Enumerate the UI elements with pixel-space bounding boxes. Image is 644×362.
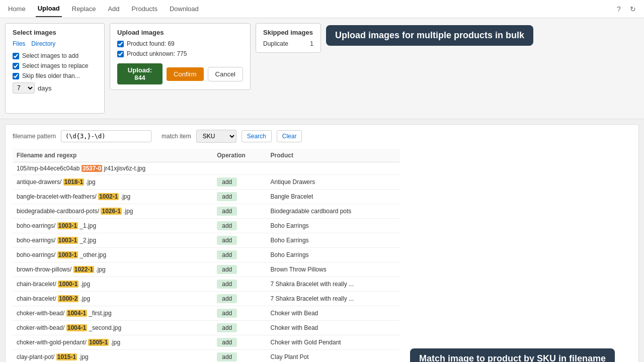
right-section: Match image to product by SKU in filenam… — [400, 149, 631, 362]
product-cell: Choker with Bead — [267, 321, 400, 335]
checkbox-product-unknown-label: Product unknown: 775 — [127, 50, 187, 57]
nav-add[interactable]: Add — [106, 1, 121, 17]
filename-cell: biodegradable-cardboard-pots/ 1026-1 .jp… — [13, 204, 213, 219]
refresh-icon[interactable]: ↻ — [628, 4, 638, 14]
col-filename: Filename and regexp — [13, 149, 213, 162]
table-row: boho-earrings/ 1003-1 _2.jpgaddBoho Earr… — [13, 233, 400, 248]
product-cell — [267, 162, 400, 175]
clear-button[interactable]: Clear — [277, 130, 302, 142]
operation-cell: add — [213, 277, 266, 292]
pattern-label: filename pattern — [13, 133, 56, 140]
select-images-title: Select images — [13, 29, 97, 36]
checkbox-skip-older-label: Skip files older than... — [22, 72, 80, 79]
checkbox-select-replace-input[interactable] — [13, 63, 19, 69]
product-cell: Boho Earrings — [267, 248, 400, 262]
tooltip-upload-banner: Upload images for multiple products in b… — [326, 25, 533, 46]
filename-cell: clay-plant-pot/ 1015-1 .jpg — [13, 350, 213, 363]
checkbox-product-found-input[interactable] — [117, 41, 124, 47]
match-select[interactable]: SKU Name Barcode — [196, 130, 236, 143]
skipped-duplicate-row: Duplicate 1 — [263, 40, 313, 47]
product-cell: Choker with Gold Pendant — [267, 335, 400, 350]
table-row: antique-drawers/ 1018-1 .jpgaddAntique D… — [13, 175, 400, 190]
filename-cell: chain-bracelet/ 1000-1 .jpg — [13, 277, 213, 292]
col-operation: Operation — [213, 149, 266, 162]
checkbox-skip-older: Skip files older than... — [13, 72, 97, 79]
checkbox-product-found-label: Product found: 69 — [127, 40, 175, 47]
filename-cell: antique-drawers/ 1018-1 .jpg — [13, 175, 213, 190]
tab-directory[interactable]: Directory — [31, 40, 55, 47]
product-cell: Choker with Bead — [267, 306, 400, 321]
checkbox-product-found: Product found: 69 — [117, 40, 243, 47]
checkbox-product-unknown: Product unknown: 775 — [117, 50, 243, 57]
operation-cell: add — [213, 306, 266, 321]
nav-download[interactable]: Download — [168, 1, 201, 17]
nav-upload[interactable]: Upload — [36, 1, 62, 17]
upper-right: Upload images for multiple products in b… — [326, 23, 533, 46]
product-cell: Boho Earrings — [267, 219, 400, 233]
days-label: days — [38, 84, 51, 92]
operation-cell: add — [213, 219, 266, 233]
filename-cell: choker-with-gold-pendant/ 1005-1 .jpg — [13, 335, 213, 350]
operation-cell: add — [213, 204, 266, 219]
operation-cell — [213, 162, 266, 175]
nav-replace[interactable]: Replace — [70, 1, 98, 17]
table-section: Filename and regexp Operation Product 10… — [13, 149, 400, 362]
upload-images-panel: Upload images Product found: 69 Product … — [110, 23, 251, 90]
tooltip-match-banner: Match image to product by SKU in filenam… — [410, 348, 615, 362]
upper-panel: Select images Files Directory Select ima… — [0, 18, 644, 119]
product-cell: Clay Plant Pot — [267, 350, 400, 363]
table-row: chain-bracelet/ 1000-1 .jpgadd7 Shakra B… — [13, 277, 400, 292]
filename-cell: choker-with-bead/ 1004-1 _first.jpg — [13, 306, 213, 321]
data-table: Filename and regexp Operation Product 10… — [13, 149, 400, 362]
filename-cell: 105/imp-b44ece6c04ab 3537-0 jr41xjisv6z-… — [13, 162, 213, 175]
table-row: choker-with-bead/ 1004-1 _second.jpgaddC… — [13, 321, 400, 335]
upload-btn-row: Upload: 844 Confirm Cancel — [117, 63, 243, 84]
nav-products[interactable]: Products — [130, 1, 159, 17]
operation-cell: add — [213, 335, 266, 350]
table-row: choker-with-bead/ 1004-1 _first.jpgaddCh… — [13, 306, 400, 321]
table-row: choker-with-gold-pendant/ 1005-1 .jpgadd… — [13, 335, 400, 350]
product-cell: 7 Shakra Bracelet with really ... — [267, 277, 400, 292]
table-row: boho-earrings/ 1003-1 _1.jpgaddBoho Earr… — [13, 219, 400, 233]
search-button[interactable]: Search — [242, 130, 272, 142]
product-cell: Biodegradable cardboard pots — [267, 204, 400, 219]
match-label: match item — [162, 133, 191, 140]
confirm-button[interactable]: Confirm — [167, 67, 204, 81]
filename-cell: bangle-bracelet-with-feathers/ 1002-1 .j… — [13, 190, 213, 204]
filename-cell: boho-earrings/ 1003-1 _1.jpg — [13, 219, 213, 233]
pattern-input[interactable] — [61, 130, 151, 142]
checkbox-select-replace: Select images to replace — [13, 62, 97, 69]
tab-files[interactable]: Files — [13, 40, 25, 47]
nav-home[interactable]: Home — [6, 1, 28, 17]
product-cell: Bangle Bracelet — [267, 190, 400, 204]
operation-cell: add — [213, 321, 266, 335]
operation-cell: add — [213, 190, 266, 204]
skipped-images-panel: Skipped images Duplicate 1 — [256, 23, 321, 53]
days-select[interactable]: 71430 — [13, 82, 35, 94]
product-cell: Brown Throw Pillows — [267, 262, 400, 277]
upload-images-title: Upload images — [117, 29, 243, 36]
operation-cell: add — [213, 292, 266, 306]
operation-cell: add — [213, 175, 266, 190]
operation-cell: add — [213, 248, 266, 262]
checkbox-select-add-input[interactable] — [13, 53, 19, 59]
checkbox-product-unknown-input[interactable] — [117, 51, 124, 57]
table-row: 105/imp-b44ece6c04ab 3537-0 jr41xjisv6z-… — [13, 162, 400, 175]
operation-cell: add — [213, 233, 266, 248]
select-images-tabs: Files Directory — [13, 40, 97, 47]
filter-row: filename pattern match item SKU Name Bar… — [13, 130, 631, 143]
table-row: clay-plant-pot/ 1015-1 .jpgaddClay Plant… — [13, 350, 400, 363]
filename-cell: chain-bracelet/ 1000-2 .jpg — [13, 292, 213, 306]
upload-button[interactable]: Upload: 844 — [117, 63, 163, 84]
operation-cell: add — [213, 262, 266, 277]
table-row: chain-bracelet/ 1000-2 .jpgadd7 Shakra B… — [13, 292, 400, 306]
table-row: boho-earrings/ 1003-1 _other.jpgaddBoho … — [13, 248, 400, 262]
filename-cell: boho-earrings/ 1003-1 _other.jpg — [13, 248, 213, 262]
skipped-duplicate-count: 1 — [310, 40, 313, 47]
cancel-button[interactable]: Cancel — [208, 67, 243, 81]
help-icon[interactable]: ? — [614, 4, 624, 14]
skipped-duplicate-label: Duplicate — [263, 40, 288, 47]
checkbox-select-add: Select images to add — [13, 52, 97, 59]
table-row: biodegradable-cardboard-pots/ 1026-1 .jp… — [13, 204, 400, 219]
checkbox-skip-older-input[interactable] — [13, 73, 19, 79]
